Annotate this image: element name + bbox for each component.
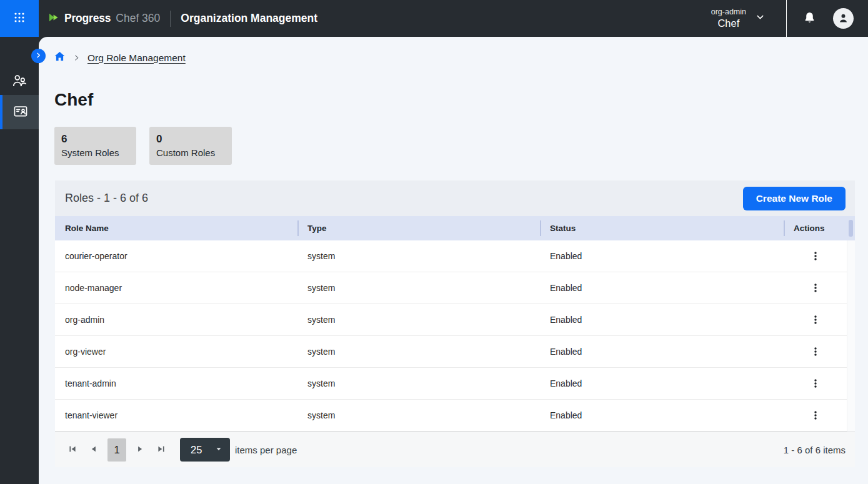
sidebar-item-org-role-management[interactable]	[0, 95, 39, 129]
top-app-bar: Progress Chef 360 Organization Managemen…	[0, 0, 868, 37]
roles-panel: Roles - 1 - 6 of 6 Create New Role Role …	[55, 180, 855, 467]
system-roles-label: System Roles	[61, 146, 129, 159]
roles-panel-title: Roles - 1 - 6 of 6	[65, 192, 148, 205]
system-roles-count: 6	[61, 132, 129, 146]
column-header-type: Type	[297, 216, 540, 240]
items-range-label: 1 - 6 of 6 items	[784, 445, 846, 455]
topbar-right-section: org-admin Chef	[711, 0, 868, 37]
create-new-role-button[interactable]: Create New Role	[743, 187, 846, 210]
role-name-cell: org-admin	[55, 315, 297, 325]
table-row: org-viewer system Enabled	[55, 336, 847, 368]
org-role-label: org-admin	[711, 7, 746, 17]
roles-table-main: Role Name Type Status Actions courier-op…	[55, 216, 847, 432]
table-row: courier-operator system Enabled	[55, 240, 847, 272]
next-page-button[interactable]	[132, 442, 147, 457]
app-title: Organization Management	[181, 12, 317, 25]
role-type-cell: system	[297, 347, 540, 357]
table-scrollbar-top	[847, 216, 855, 240]
role-name-cell: courier-operator	[55, 251, 297, 261]
chevron-down-icon	[755, 12, 766, 25]
table-header-row: Role Name Type Status Actions	[55, 216, 847, 240]
table-row: node-manager system Enabled	[55, 272, 847, 304]
role-type-cell: system	[297, 378, 540, 388]
page-title: Chef	[54, 90, 93, 110]
table-scrollbar-thumb[interactable]	[849, 220, 853, 237]
row-actions-kebab-button[interactable]	[804, 279, 827, 297]
breadcrumb-separator-icon	[73, 52, 80, 64]
row-actions-kebab-button[interactable]	[804, 311, 827, 328]
chevron-right-circle-icon	[34, 51, 42, 61]
row-actions-kebab-button[interactable]	[804, 375, 827, 392]
custom-roles-count: 0	[156, 132, 225, 146]
roles-panel-header: Roles - 1 - 6 of 6 Create New Role	[55, 180, 855, 216]
role-status-cell: Enabled	[540, 283, 784, 293]
bell-icon	[802, 11, 817, 27]
apps-grid-icon	[12, 11, 26, 26]
home-icon	[54, 51, 66, 65]
role-name-cell: node-manager	[55, 283, 297, 293]
sidebar-nav	[0, 37, 39, 484]
sidebar-expand-toggle[interactable]	[31, 49, 46, 63]
progress-logo-icon	[47, 11, 60, 26]
role-type-cell: system	[297, 410, 540, 420]
topbar-right-divider	[786, 0, 787, 37]
table-row: org-admin system Enabled	[55, 304, 847, 336]
row-actions-kebab-button[interactable]	[804, 247, 827, 265]
roles-table: Role Name Type Status Actions courier-op…	[55, 216, 855, 432]
role-name-cell: tenant-admin	[55, 378, 297, 388]
items-per-page-value: 25	[191, 444, 202, 456]
role-status-cell: Enabled	[540, 251, 784, 261]
breadcrumb-home-link[interactable]	[54, 51, 66, 65]
last-page-button[interactable]	[154, 442, 169, 457]
apps-grid-button[interactable]	[0, 0, 39, 37]
first-page-button[interactable]	[65, 442, 80, 457]
items-per-page-label: items per page	[235, 445, 297, 455]
previous-page-icon	[89, 445, 98, 455]
org-switcher-text: org-admin Chef	[711, 7, 746, 30]
role-status-cell: Enabled	[540, 410, 784, 420]
custom-roles-label: Custom Roles	[156, 146, 225, 159]
role-status-cell: Enabled	[540, 347, 784, 357]
system-roles-card: 6 System Roles	[54, 127, 136, 165]
role-status-cell: Enabled	[540, 378, 784, 388]
table-scrollbar-track	[847, 240, 855, 432]
user-avatar-icon	[837, 11, 850, 26]
topbar-divider	[170, 11, 171, 27]
stat-cards: 6 System Roles 0 Custom Roles	[54, 127, 232, 165]
column-header-status: Status	[540, 216, 784, 240]
breadcrumb-current-link[interactable]: Org Role Management	[87, 52, 186, 64]
items-per-page-select[interactable]: 25	[180, 438, 230, 462]
app-shell: Org Role Management Chef 6 System Roles …	[0, 37, 868, 484]
sidebar-item-user-management[interactable]	[0, 64, 39, 98]
user-avatar-button[interactable]	[833, 8, 854, 29]
next-page-icon	[136, 445, 144, 455]
role-status-cell: Enabled	[540, 315, 784, 325]
first-page-icon	[68, 445, 77, 455]
role-name-cell: org-viewer	[55, 347, 297, 357]
main-content: Org Role Management Chef 6 System Roles …	[39, 37, 868, 484]
previous-page-button[interactable]	[86, 442, 101, 457]
pagination-bar: 1 25 items per page	[55, 432, 855, 467]
breadcrumb: Org Role Management	[54, 51, 186, 65]
users-icon	[11, 72, 27, 91]
brand-progress-text: Progress	[64, 12, 111, 25]
role-type-cell: system	[297, 283, 540, 293]
role-type-cell: system	[297, 315, 540, 325]
role-type-cell: system	[297, 251, 540, 261]
column-header-role-name: Role Name	[55, 216, 297, 240]
select-caret-icon	[215, 445, 222, 455]
row-actions-kebab-button[interactable]	[804, 343, 827, 360]
notifications-button[interactable]	[802, 11, 817, 27]
table-row: tenant-admin system Enabled	[55, 368, 847, 400]
column-header-actions: Actions	[784, 216, 847, 240]
table-scrollbar[interactable]	[847, 216, 855, 432]
last-page-icon	[157, 445, 166, 455]
table-row: tenant-viewer system Enabled	[55, 400, 847, 432]
roles-badge-icon	[12, 103, 29, 121]
row-actions-kebab-button[interactable]	[804, 407, 827, 424]
page-number-button[interactable]: 1	[107, 438, 126, 462]
org-name-label: Chef	[711, 17, 746, 30]
brand-logo: Progress Chef 360	[47, 11, 160, 26]
org-switcher[interactable]: org-admin Chef	[711, 7, 766, 30]
role-name-cell: tenant-viewer	[55, 410, 297, 420]
